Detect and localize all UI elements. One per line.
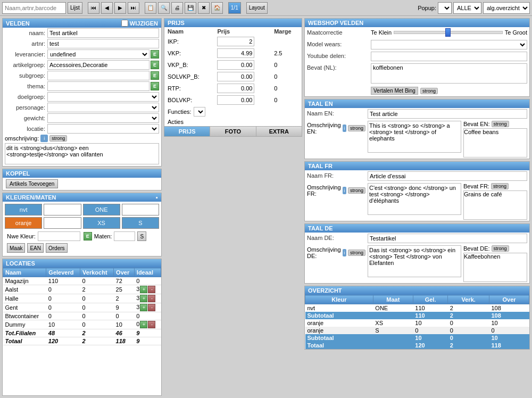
nav-first-button[interactable]: ⏮ <box>88 2 99 14</box>
nav-last-button[interactable]: ⏭ <box>128 2 139 14</box>
prijs-prijs <box>214 59 271 71</box>
maat-chip-s[interactable]: S <box>122 217 159 229</box>
copy-button[interactable]: 📋 <box>145 2 156 14</box>
kleuren-maten-grid: nvt ONE oranje XS S Nwe Kleur: E <box>3 202 161 256</box>
prijs-input[interactable] <box>217 84 254 93</box>
omsch-en-info-icon[interactable]: i <box>343 125 346 132</box>
prijs-input[interactable] <box>217 95 254 105</box>
taal-en-title: TAAL EN <box>308 101 333 107</box>
minus-button[interactable]: - <box>148 304 155 311</box>
maten-input[interactable] <box>114 231 135 241</box>
overzicht-select[interactable]: alg.overzicht <box>483 2 530 14</box>
velden-section: VELDEN WIJZIGEN naam: artnr: leverancier… <box>2 18 162 167</box>
leverancier-select[interactable]: undefined <box>47 49 149 59</box>
naam-de-input[interactable] <box>368 234 527 243</box>
bevat-de-textarea[interactable]: Kaffeebohnen <box>463 253 527 282</box>
prijs-input[interactable] <box>217 72 254 81</box>
alle-select[interactable]: ALLE <box>453 2 481 14</box>
personage-select[interactable] <box>47 103 159 112</box>
gewicht-select[interactable] <box>47 113 159 123</box>
list-button[interactable]: Lijst <box>68 2 82 14</box>
omsch-en-label-group: Omschrijving EN: i strong <box>307 121 365 135</box>
delete-button[interactable]: ✖ <box>198 2 210 14</box>
thema-input[interactable] <box>47 81 149 91</box>
layout-button[interactable]: Layout <box>246 2 268 14</box>
ov-kleur: oranje <box>305 327 373 334</box>
omsch-de-textarea[interactable]: Das ist <strong> so </strong> ein <stron… <box>368 245 461 277</box>
omsch-fr-label: Omschrijving FR: <box>307 184 341 197</box>
prijs-input[interactable] <box>217 48 254 58</box>
artikelgroep-input[interactable] <box>47 60 149 70</box>
orders-button[interactable]: Orders <box>46 243 68 253</box>
nwe-kleur-e-button[interactable]: E <box>84 232 92 241</box>
locatie-select[interactable] <box>47 124 159 134</box>
maat-chip-xs[interactable]: XS <box>83 217 120 229</box>
artikels-toevoegen-button[interactable]: Artikels Toevoegen <box>6 179 58 188</box>
artnr-input[interactable] <box>47 39 159 48</box>
omsch-en-textarea[interactable]: This is <strong> so </strong> a <strong>… <box>368 121 461 153</box>
te-klein-label: Te Klein <box>371 29 392 36</box>
leverancier-e-button[interactable]: E <box>151 50 159 59</box>
doelgroep-select[interactable] <box>47 92 159 102</box>
artikelgroep-e-button[interactable]: E <box>151 61 159 69</box>
functies-select[interactable] <box>194 107 205 117</box>
naam-fr-input[interactable] <box>368 171 527 181</box>
maten-s-button[interactable]: S <box>137 231 146 241</box>
personage-label: personage: <box>5 104 47 111</box>
kleuren-maten-title: KLEUREN/MATEN <box>6 194 56 201</box>
minus-button[interactable]: - <box>148 286 155 293</box>
bevat-nl-textarea[interactable]: koffiebonen <box>371 63 527 84</box>
maatcorrectie-slider[interactable] <box>394 28 503 37</box>
omschrijving-textarea[interactable]: dit is <strong>dus</strong> een <strong>… <box>5 143 159 164</box>
omsch-fr-info-icon[interactable]: i <box>343 187 346 194</box>
print-button[interactable]: 🖨 <box>171 2 183 14</box>
search-input[interactable] <box>2 2 66 14</box>
plus-button[interactable]: + <box>140 286 147 293</box>
popup-select[interactable] <box>438 2 452 14</box>
minus-button[interactable]: - <box>148 321 155 328</box>
omsch-fr-textarea[interactable]: C'est <strong> donc </strong> un test <s… <box>368 183 461 215</box>
vertalen-bing-button[interactable]: Vertalen Met Bing <box>371 87 418 95</box>
plus-button[interactable]: + <box>140 295 147 302</box>
taal-de-title: TAAL DE <box>308 225 333 231</box>
kleur-chip-oranje[interactable]: oranje <box>5 217 42 229</box>
omsch-de-info-icon[interactable]: i <box>343 249 346 256</box>
table-row: Halle 0 0 2 3+- <box>3 294 161 303</box>
naam-en-label: Naam EN: <box>307 109 365 117</box>
home-button[interactable]: 🏠 <box>211 2 223 14</box>
nav-prev-button[interactable]: ◀ <box>101 2 113 14</box>
youtube-input[interactable] <box>371 52 527 61</box>
subgroep-e-button[interactable]: E <box>151 71 159 80</box>
collapse-icon[interactable]: ▪ <box>156 194 158 201</box>
naam-en-input[interactable] <box>368 109 527 119</box>
tab-foto[interactable]: FOTO <box>210 127 256 136</box>
tab-extra[interactable]: EXTRA <box>256 127 302 136</box>
model-wears-select[interactable] <box>371 40 527 49</box>
nwe-kleur-input[interactable] <box>38 231 80 241</box>
bevat-fr-textarea[interactable]: Grains de café <box>463 190 527 220</box>
plus-button[interactable]: + <box>140 304 147 311</box>
search-button[interactable]: 🔍 <box>158 2 170 14</box>
taal-de-header: TAAL DE <box>305 224 529 233</box>
naam-input[interactable] <box>47 28 159 38</box>
slider-thumb[interactable] <box>445 28 451 37</box>
thema-e-button[interactable]: E <box>151 82 159 90</box>
plus-button[interactable]: + <box>140 321 147 328</box>
maat-chip-one[interactable]: ONE <box>83 204 120 215</box>
loc-geleverd: 110 <box>46 277 80 285</box>
save-button[interactable]: 💾 <box>185 2 196 14</box>
ean-button[interactable]: EAN <box>27 243 44 253</box>
omschrijving-info-icon[interactable]: i <box>40 135 48 142</box>
subgroep-input[interactable] <box>47 71 149 80</box>
wijzigen-checkbox[interactable] <box>121 20 128 27</box>
nav-next-button[interactable]: ▶ <box>114 2 126 14</box>
minus-button[interactable]: - <box>148 295 155 302</box>
maak-button[interactable]: Maak <box>7 243 25 253</box>
youtube-row: Youtube delen: <box>305 51 529 62</box>
bevat-en-textarea[interactable]: Coffee beans <box>463 128 527 157</box>
bevat-en-group: Bevat EN: strong Coffee beans <box>463 121 527 157</box>
prijs-input[interactable] <box>217 37 254 46</box>
tab-prijs[interactable]: PRIJS <box>164 127 210 136</box>
kleur-chip-nvt[interactable]: nvt <box>5 204 42 215</box>
prijs-input[interactable] <box>217 60 254 70</box>
